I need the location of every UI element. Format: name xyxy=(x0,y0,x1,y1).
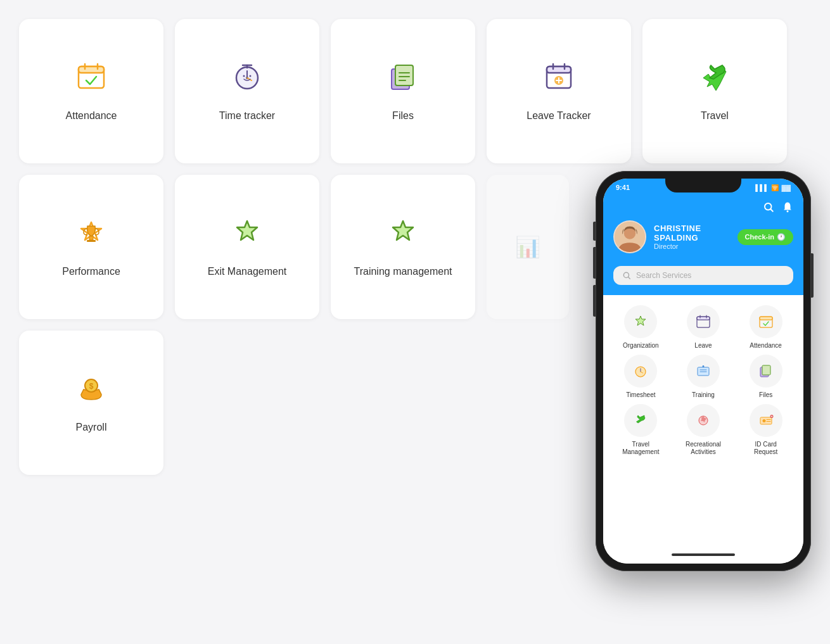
leave-tracker-label: Leave Tracker xyxy=(527,110,591,123)
phone-mockup: 9:41 ▌▌▌ 🛜 ▓▓ xyxy=(596,171,811,571)
card-exit-management[interactable]: Exit Management xyxy=(175,175,319,319)
recreational-icon xyxy=(687,404,720,437)
user-title: Director xyxy=(654,243,730,250)
files-icon xyxy=(386,60,419,98)
leave-icon xyxy=(687,305,720,338)
card-row-1: Attendance Time tracker xyxy=(19,19,501,163)
search-area: Search Services xyxy=(603,266,803,295)
svg-rect-36 xyxy=(697,317,710,320)
payroll-icon: $ xyxy=(75,372,108,410)
training-icon xyxy=(687,355,720,388)
organization-icon xyxy=(624,305,657,338)
home-bar xyxy=(603,548,803,564)
app-attendance[interactable]: Attendance xyxy=(741,305,791,350)
exit-management-icon xyxy=(231,216,264,254)
card-performance[interactable]: Performance xyxy=(19,175,163,319)
travel-label: Travel xyxy=(701,110,729,123)
avatar xyxy=(613,220,646,253)
svg-text:$: $ xyxy=(89,382,94,391)
training-management-icon xyxy=(386,216,419,254)
attendance-label: Attendance xyxy=(66,110,117,123)
signal-icon: ▌▌▌ xyxy=(755,184,769,191)
svg-point-10 xyxy=(243,75,245,77)
app-row-2: Timesheet Training xyxy=(610,355,797,399)
svg-point-30 xyxy=(787,210,789,212)
card-row-2: Performance Exit Management Training man… xyxy=(19,175,501,319)
card-row-3: $ Payroll xyxy=(19,331,501,475)
svg-line-34 xyxy=(628,277,630,279)
attendance-icon xyxy=(75,60,108,98)
svg-point-53 xyxy=(762,419,765,422)
app-files[interactable]: Files xyxy=(741,355,791,399)
app-attendance-icon xyxy=(750,305,782,338)
travel-icon xyxy=(698,60,731,98)
phone-header: CHRISTINE SPALDING Director Check-in 🕐 xyxy=(603,194,803,266)
side-button-silent xyxy=(593,222,596,241)
card-leave-tracker[interactable]: Leave Tracker xyxy=(487,19,631,163)
notification-icon[interactable] xyxy=(782,201,793,213)
checkin-label: Check-in xyxy=(745,233,774,241)
svg-rect-52 xyxy=(760,417,772,424)
app-files-label: Files xyxy=(759,391,772,399)
main-grid: Attendance Time tracker xyxy=(19,19,501,486)
card-attendance[interactable]: Attendance xyxy=(19,19,163,163)
user-details: CHRISTINE SPALDING Director xyxy=(654,224,730,250)
app-id-card[interactable]: ID Card Request xyxy=(741,404,791,456)
app-travel-management[interactable]: Travel Management xyxy=(615,404,666,456)
app-grid: Organization Leave xyxy=(603,295,803,548)
search-bar-icon xyxy=(622,271,631,280)
time-tracker-icon xyxy=(231,60,264,98)
timesheet-label: Timesheet xyxy=(626,391,655,399)
svg-line-29 xyxy=(770,209,773,212)
app-timesheet[interactable]: Timesheet xyxy=(615,355,666,399)
user-info-row: CHRISTINE SPALDING Director Check-in 🕐 xyxy=(613,220,793,253)
svg-rect-18 xyxy=(547,66,571,73)
battery-icon: ▓▓ xyxy=(781,184,791,191)
user-name: CHRISTINE SPALDING xyxy=(654,224,730,243)
svg-rect-25 xyxy=(87,240,96,242)
status-time: 9:41 xyxy=(616,184,630,191)
recreational-label: Recreational Activities xyxy=(686,441,721,456)
card-files[interactable]: Files xyxy=(331,19,475,163)
card-time-tracker[interactable]: Time tracker xyxy=(175,19,319,163)
app-training[interactable]: Training xyxy=(678,355,729,399)
training-label: Training xyxy=(692,391,715,399)
phone-outer: 9:41 ▌▌▌ 🛜 ▓▓ xyxy=(596,171,811,571)
app-row-3: Travel Management Recreational Activitie… xyxy=(610,404,797,456)
side-button-power xyxy=(811,253,814,298)
home-indicator xyxy=(672,553,735,556)
app-leave[interactable]: Leave xyxy=(678,305,729,350)
search-placeholder: Search Services xyxy=(636,271,691,280)
travel-management-icon xyxy=(624,404,657,437)
extra-icon: 📊 xyxy=(515,237,540,257)
app-organization[interactable]: Organization xyxy=(615,305,666,350)
timesheet-icon xyxy=(624,355,657,388)
checkin-button[interactable]: Check-in 🕐 xyxy=(737,229,793,245)
phone-header-actions xyxy=(613,201,793,213)
search-bar[interactable]: Search Services xyxy=(613,266,793,285)
side-button-vol-up xyxy=(593,247,596,279)
svg-rect-40 xyxy=(760,317,772,320)
wifi-icon: 🛜 xyxy=(771,184,779,191)
app-recreational[interactable]: Recreational Activities xyxy=(678,404,729,456)
performance-label: Performance xyxy=(62,265,120,279)
search-icon[interactable] xyxy=(763,201,774,213)
time-tracker-label: Time tracker xyxy=(219,110,275,123)
card-payroll[interactable]: $ Payroll xyxy=(19,331,163,475)
side-button-vol-down xyxy=(593,285,596,317)
card-extra[interactable]: 📊 xyxy=(487,175,569,319)
organization-label: Organization xyxy=(623,342,659,350)
app-row-1: Organization Leave xyxy=(610,305,797,350)
checkin-clock-icon: 🕐 xyxy=(777,233,786,241)
files-label: Files xyxy=(392,110,414,123)
status-icons: ▌▌▌ 🛜 ▓▓ xyxy=(755,184,791,191)
card-training-management[interactable]: Training management xyxy=(331,175,475,319)
card-travel[interactable]: Travel xyxy=(642,19,787,163)
phone-notch xyxy=(665,179,741,193)
payroll-label: Payroll xyxy=(76,421,107,434)
svg-rect-24 xyxy=(89,236,93,240)
leave-tracker-icon xyxy=(542,60,575,98)
performance-icon xyxy=(75,216,108,254)
leave-label: Leave xyxy=(694,342,712,350)
svg-rect-1 xyxy=(79,66,104,73)
